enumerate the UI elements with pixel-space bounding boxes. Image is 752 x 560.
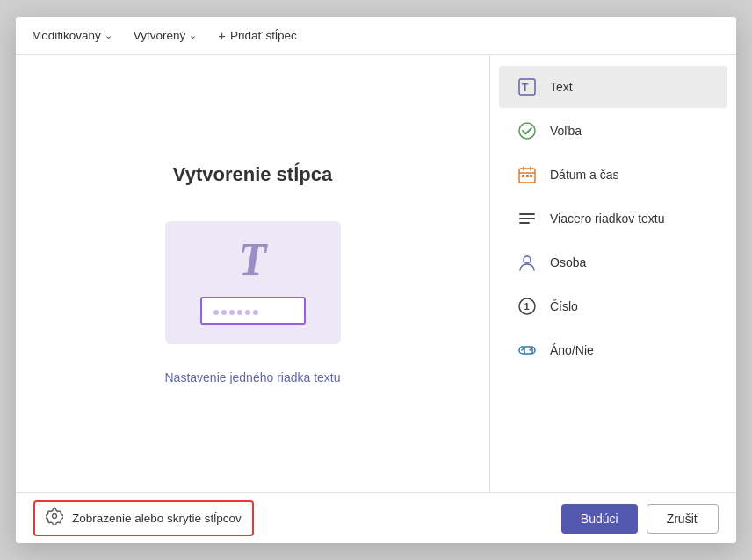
dot-6 (253, 310, 258, 315)
dialog-overlay: Modifikovaný ⌄ Vytvorený ⌄ + Pridať stĺp… (0, 0, 752, 560)
text-label: Text (550, 80, 573, 94)
modified-chevron-icon: ⌄ (105, 30, 112, 41)
column-illustration: T (165, 221, 341, 344)
dot-5 (245, 310, 250, 315)
show-hide-label: Zobrazenie alebo skrytie stĺpcov (72, 512, 242, 525)
column-type-number[interactable]: 1 Číslo (499, 285, 727, 327)
modified-label: Modifikovaný (32, 29, 101, 42)
svg-rect-9 (530, 175, 532, 177)
action-buttons: Budúci Zrušiť (561, 504, 719, 534)
right-panel: T Text Voľba (490, 55, 736, 492)
top-bar: Modifikovaný ⌄ Vytvorený ⌄ + Pridať stĺp… (16, 17, 736, 55)
svg-rect-8 (526, 175, 529, 177)
datetime-label: Dátum a čas (550, 168, 619, 182)
add-column-button[interactable]: + Pridať stĺpec (218, 28, 296, 43)
created-column-header[interactable]: Vytvorený ⌄ (134, 29, 198, 42)
svg-text:T: T (522, 82, 529, 94)
yesno-icon (517, 340, 538, 361)
column-type-yesno[interactable]: Áno/Nie (499, 329, 727, 371)
next-button[interactable]: Budúci (561, 504, 638, 534)
plus-icon: + (218, 28, 226, 43)
column-type-datetime[interactable]: Dátum a čas (499, 154, 727, 196)
cancel-button[interactable]: Zrušiť (647, 504, 719, 534)
create-column-dialog: Modifikovaný ⌄ Vytvorený ⌄ + Pridať stĺp… (16, 17, 736, 543)
yesno-label: Áno/Nie (550, 343, 594, 357)
column-type-text[interactable]: T Text (499, 66, 727, 108)
dot-4 (237, 310, 242, 315)
main-content: Vytvorenie stĺpca T Nastavenie jedného r… (16, 55, 736, 492)
svg-rect-7 (522, 175, 524, 177)
add-column-label: Pridať stĺpec (230, 29, 297, 42)
person-icon (517, 252, 538, 273)
column-type-multiline[interactable]: Viacero riadkov textu (499, 197, 727, 240)
column-type-choice[interactable]: Voľba (499, 110, 727, 152)
datetime-icon (517, 164, 538, 185)
column-types-list[interactable]: T Text Voľba (490, 55, 736, 492)
svg-point-17 (53, 514, 57, 519)
left-panel: Vytvorenie stĺpca T Nastavenie jedného r… (16, 55, 490, 492)
dot-3 (229, 310, 235, 315)
column-type-person[interactable]: Osoba (499, 241, 727, 284)
choice-label: Voľba (550, 124, 582, 138)
bottom-bar: Zobrazenie alebo skrytie stĺpcov Budúci … (16, 492, 736, 543)
choice-icon (517, 120, 538, 141)
svg-point-2 (519, 123, 535, 139)
number-label: Číslo (550, 299, 578, 313)
dot-2 (221, 310, 227, 315)
input-dots (213, 310, 258, 315)
show-hide-columns-button[interactable]: Zobrazenie alebo skrytie stĺpcov (33, 500, 254, 536)
text-icon: T (517, 76, 538, 97)
dot-1 (213, 310, 219, 315)
gear-icon (46, 507, 63, 529)
created-label: Vytvorený (134, 29, 186, 42)
panel-title: Vytvorenie stĺpca (173, 163, 332, 186)
number-icon: 1 (517, 296, 538, 317)
created-chevron-icon: ⌄ (189, 30, 197, 41)
svg-point-13 (524, 256, 531, 263)
modified-column-header[interactable]: Modifikovaný ⌄ (32, 29, 112, 42)
svg-text:1: 1 (524, 301, 530, 312)
multiline-label: Viacero riadkov textu (550, 212, 664, 226)
multiline-icon (517, 208, 538, 229)
person-label: Osoba (550, 255, 586, 269)
panel-subtitle: Nastavenie jedného riadka textu (164, 370, 340, 384)
text-T-icon: T (239, 233, 267, 285)
